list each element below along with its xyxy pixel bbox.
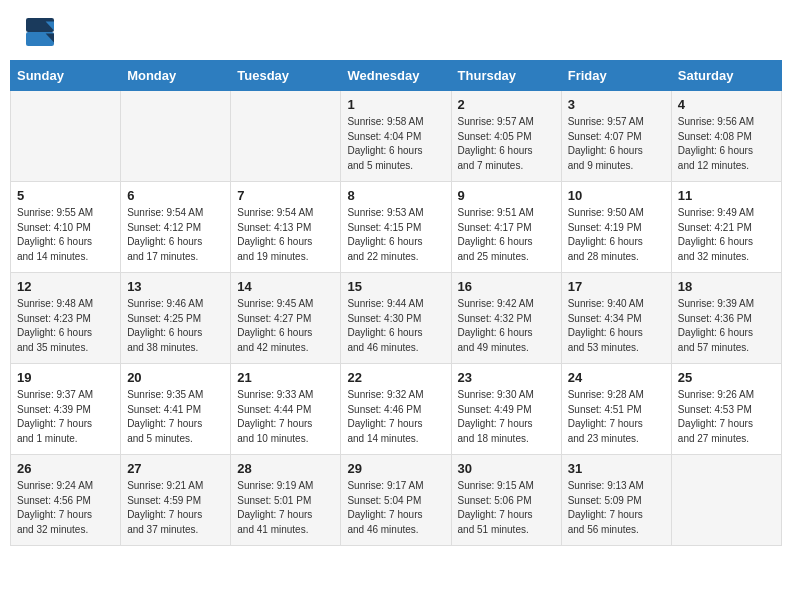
day-info: Sunrise: 9:50 AM Sunset: 4:19 PM Dayligh… [568, 206, 665, 264]
day-cell: 6Sunrise: 9:54 AM Sunset: 4:12 PM Daylig… [121, 182, 231, 273]
day-cell: 1Sunrise: 9:58 AM Sunset: 4:04 PM Daylig… [341, 91, 451, 182]
day-info: Sunrise: 9:55 AM Sunset: 4:10 PM Dayligh… [17, 206, 114, 264]
day-info: Sunrise: 9:44 AM Sunset: 4:30 PM Dayligh… [347, 297, 444, 355]
day-number: 29 [347, 461, 444, 476]
day-info: Sunrise: 9:54 AM Sunset: 4:12 PM Dayligh… [127, 206, 224, 264]
day-number: 16 [458, 279, 555, 294]
day-info: Sunrise: 9:49 AM Sunset: 4:21 PM Dayligh… [678, 206, 775, 264]
day-info: Sunrise: 9:39 AM Sunset: 4:36 PM Dayligh… [678, 297, 775, 355]
day-info: Sunrise: 9:54 AM Sunset: 4:13 PM Dayligh… [237, 206, 334, 264]
day-cell: 9Sunrise: 9:51 AM Sunset: 4:17 PM Daylig… [451, 182, 561, 273]
day-number: 17 [568, 279, 665, 294]
day-number: 10 [568, 188, 665, 203]
day-cell: 21Sunrise: 9:33 AM Sunset: 4:44 PM Dayli… [231, 364, 341, 455]
weekday-header-saturday: Saturday [671, 61, 781, 91]
day-number: 20 [127, 370, 224, 385]
day-info: Sunrise: 9:15 AM Sunset: 5:06 PM Dayligh… [458, 479, 555, 537]
day-cell: 11Sunrise: 9:49 AM Sunset: 4:21 PM Dayli… [671, 182, 781, 273]
day-cell [11, 91, 121, 182]
day-number: 18 [678, 279, 775, 294]
logo [24, 18, 56, 50]
day-number: 1 [347, 97, 444, 112]
day-info: Sunrise: 9:46 AM Sunset: 4:25 PM Dayligh… [127, 297, 224, 355]
day-cell: 3Sunrise: 9:57 AM Sunset: 4:07 PM Daylig… [561, 91, 671, 182]
day-number: 27 [127, 461, 224, 476]
day-number: 5 [17, 188, 114, 203]
weekday-header-row: SundayMondayTuesdayWednesdayThursdayFrid… [11, 61, 782, 91]
day-info: Sunrise: 9:21 AM Sunset: 4:59 PM Dayligh… [127, 479, 224, 537]
day-info: Sunrise: 9:26 AM Sunset: 4:53 PM Dayligh… [678, 388, 775, 446]
day-cell: 17Sunrise: 9:40 AM Sunset: 4:34 PM Dayli… [561, 273, 671, 364]
day-number: 28 [237, 461, 334, 476]
day-cell: 27Sunrise: 9:21 AM Sunset: 4:59 PM Dayli… [121, 455, 231, 546]
day-cell: 8Sunrise: 9:53 AM Sunset: 4:15 PM Daylig… [341, 182, 451, 273]
day-number: 22 [347, 370, 444, 385]
day-info: Sunrise: 9:57 AM Sunset: 4:05 PM Dayligh… [458, 115, 555, 173]
weekday-header-sunday: Sunday [11, 61, 121, 91]
day-info: Sunrise: 9:57 AM Sunset: 4:07 PM Dayligh… [568, 115, 665, 173]
weekday-header-monday: Monday [121, 61, 231, 91]
day-cell: 16Sunrise: 9:42 AM Sunset: 4:32 PM Dayli… [451, 273, 561, 364]
week-row-3: 12Sunrise: 9:48 AM Sunset: 4:23 PM Dayli… [11, 273, 782, 364]
day-number: 8 [347, 188, 444, 203]
day-info: Sunrise: 9:51 AM Sunset: 4:17 PM Dayligh… [458, 206, 555, 264]
day-number: 11 [678, 188, 775, 203]
day-cell: 10Sunrise: 9:50 AM Sunset: 4:19 PM Dayli… [561, 182, 671, 273]
calendar-container: SundayMondayTuesdayWednesdayThursdayFrid… [0, 60, 792, 556]
day-cell: 20Sunrise: 9:35 AM Sunset: 4:41 PM Dayli… [121, 364, 231, 455]
day-info: Sunrise: 9:13 AM Sunset: 5:09 PM Dayligh… [568, 479, 665, 537]
calendar-table: SundayMondayTuesdayWednesdayThursdayFrid… [10, 60, 782, 546]
day-info: Sunrise: 9:40 AM Sunset: 4:34 PM Dayligh… [568, 297, 665, 355]
day-info: Sunrise: 9:48 AM Sunset: 4:23 PM Dayligh… [17, 297, 114, 355]
week-row-1: 1Sunrise: 9:58 AM Sunset: 4:04 PM Daylig… [11, 91, 782, 182]
day-cell: 24Sunrise: 9:28 AM Sunset: 4:51 PM Dayli… [561, 364, 671, 455]
day-number: 25 [678, 370, 775, 385]
day-cell: 26Sunrise: 9:24 AM Sunset: 4:56 PM Dayli… [11, 455, 121, 546]
day-cell: 25Sunrise: 9:26 AM Sunset: 4:53 PM Dayli… [671, 364, 781, 455]
weekday-header-friday: Friday [561, 61, 671, 91]
day-info: Sunrise: 9:35 AM Sunset: 4:41 PM Dayligh… [127, 388, 224, 446]
weekday-header-thursday: Thursday [451, 61, 561, 91]
day-cell: 7Sunrise: 9:54 AM Sunset: 4:13 PM Daylig… [231, 182, 341, 273]
day-cell: 13Sunrise: 9:46 AM Sunset: 4:25 PM Dayli… [121, 273, 231, 364]
weekday-header-wednesday: Wednesday [341, 61, 451, 91]
day-cell: 18Sunrise: 9:39 AM Sunset: 4:36 PM Dayli… [671, 273, 781, 364]
day-cell: 29Sunrise: 9:17 AM Sunset: 5:04 PM Dayli… [341, 455, 451, 546]
day-number: 7 [237, 188, 334, 203]
day-number: 26 [17, 461, 114, 476]
day-cell: 31Sunrise: 9:13 AM Sunset: 5:09 PM Dayli… [561, 455, 671, 546]
day-number: 15 [347, 279, 444, 294]
day-info: Sunrise: 9:42 AM Sunset: 4:32 PM Dayligh… [458, 297, 555, 355]
day-cell: 30Sunrise: 9:15 AM Sunset: 5:06 PM Dayli… [451, 455, 561, 546]
day-number: 24 [568, 370, 665, 385]
day-cell: 12Sunrise: 9:48 AM Sunset: 4:23 PM Dayli… [11, 273, 121, 364]
day-number: 3 [568, 97, 665, 112]
day-number: 30 [458, 461, 555, 476]
day-info: Sunrise: 9:56 AM Sunset: 4:08 PM Dayligh… [678, 115, 775, 173]
day-number: 31 [568, 461, 665, 476]
day-number: 2 [458, 97, 555, 112]
day-number: 13 [127, 279, 224, 294]
page-header [0, 0, 792, 60]
week-row-2: 5Sunrise: 9:55 AM Sunset: 4:10 PM Daylig… [11, 182, 782, 273]
day-number: 12 [17, 279, 114, 294]
week-row-4: 19Sunrise: 9:37 AM Sunset: 4:39 PM Dayli… [11, 364, 782, 455]
day-cell: 19Sunrise: 9:37 AM Sunset: 4:39 PM Dayli… [11, 364, 121, 455]
day-info: Sunrise: 9:37 AM Sunset: 4:39 PM Dayligh… [17, 388, 114, 446]
day-number: 19 [17, 370, 114, 385]
day-info: Sunrise: 9:33 AM Sunset: 4:44 PM Dayligh… [237, 388, 334, 446]
weekday-header-tuesday: Tuesday [231, 61, 341, 91]
day-info: Sunrise: 9:58 AM Sunset: 4:04 PM Dayligh… [347, 115, 444, 173]
day-cell [231, 91, 341, 182]
day-number: 21 [237, 370, 334, 385]
day-number: 4 [678, 97, 775, 112]
day-info: Sunrise: 9:45 AM Sunset: 4:27 PM Dayligh… [237, 297, 334, 355]
day-info: Sunrise: 9:28 AM Sunset: 4:51 PM Dayligh… [568, 388, 665, 446]
day-cell: 4Sunrise: 9:56 AM Sunset: 4:08 PM Daylig… [671, 91, 781, 182]
day-cell: 28Sunrise: 9:19 AM Sunset: 5:01 PM Dayli… [231, 455, 341, 546]
day-info: Sunrise: 9:30 AM Sunset: 4:49 PM Dayligh… [458, 388, 555, 446]
day-cell: 2Sunrise: 9:57 AM Sunset: 4:05 PM Daylig… [451, 91, 561, 182]
day-info: Sunrise: 9:19 AM Sunset: 5:01 PM Dayligh… [237, 479, 334, 537]
logo-icon [26, 18, 54, 46]
day-number: 6 [127, 188, 224, 203]
